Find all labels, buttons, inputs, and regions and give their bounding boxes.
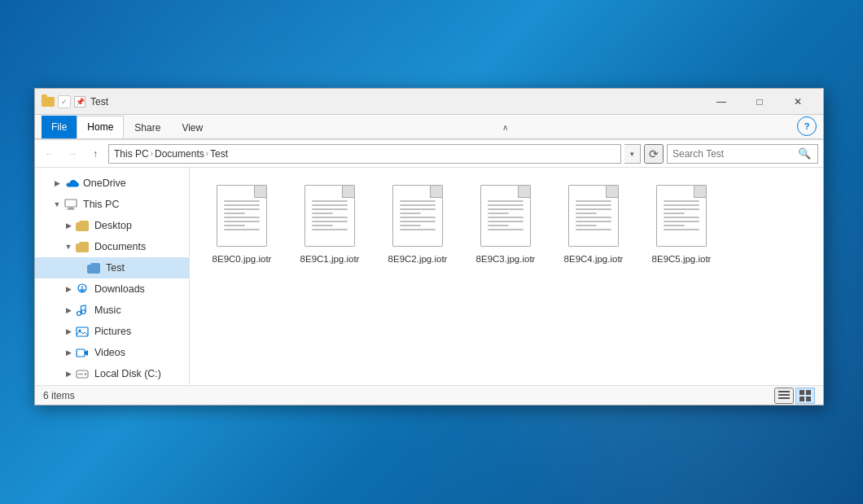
details-view-button[interactable] bbox=[774, 388, 794, 404]
sidebar-item-music[interactable]: ▶ Music bbox=[35, 300, 189, 321]
sidebar-item-test[interactable]: Test bbox=[35, 257, 189, 278]
help-button[interactable]: ? bbox=[797, 116, 817, 136]
path-documents[interactable]: Documents bbox=[155, 148, 204, 160]
doc-line-5 bbox=[224, 217, 260, 218]
file-icon-3 bbox=[476, 185, 535, 250]
doc-line-3 bbox=[312, 208, 348, 210]
doc-line-6 bbox=[576, 221, 611, 222]
search-button[interactable]: 🔍 bbox=[796, 145, 813, 163]
svg-rect-8 bbox=[77, 349, 85, 357]
sidebar-label-desktop: Desktop bbox=[94, 220, 132, 231]
file-item-2[interactable]: 8E9C2.jpg.iotr bbox=[377, 179, 458, 374]
expand-arrow-downloads: ▶ bbox=[63, 283, 74, 295]
path-test[interactable]: Test bbox=[210, 148, 228, 160]
svg-point-10 bbox=[85, 373, 86, 375]
doc-line-2 bbox=[400, 204, 436, 206]
file-icon-5 bbox=[652, 185, 711, 250]
expand-arrow-videos: ▶ bbox=[63, 347, 74, 358]
sidebar-item-downloads[interactable]: ▶ Downloads bbox=[35, 278, 189, 300]
sidebar-label-test: Test bbox=[106, 262, 125, 274]
svg-rect-15 bbox=[799, 390, 804, 395]
doc-icon-4 bbox=[568, 185, 619, 247]
svg-rect-12 bbox=[778, 391, 790, 392]
doc-line-8 bbox=[664, 229, 699, 230]
file-icon-2 bbox=[388, 185, 447, 250]
doc-line-3 bbox=[400, 208, 436, 210]
sidebar-label-local-disk: Local Disk (C:) bbox=[94, 368, 161, 379]
doc-line-2 bbox=[224, 204, 260, 206]
doc-line-2 bbox=[488, 204, 523, 206]
sidebar-label-onedrive: OneDrive bbox=[83, 177, 126, 189]
view-toggle-buttons bbox=[774, 388, 815, 404]
doc-line-8 bbox=[400, 229, 436, 230]
file-name-3: 8E9C3.jpg.iotr bbox=[476, 253, 536, 265]
documents-folder-icon bbox=[76, 240, 90, 253]
address-path[interactable]: This PC › Documents › Test bbox=[108, 144, 621, 164]
local-disk-icon bbox=[76, 367, 90, 380]
doc-line-7 bbox=[576, 225, 597, 226]
doc-line-4 bbox=[312, 213, 333, 214]
title-bar: ✓ 📌 Test — □ ✕ bbox=[35, 89, 823, 115]
sidebar-label-documents: Documents bbox=[94, 241, 146, 252]
sidebar-item-local-disk[interactable]: ▶ Local Disk (C:) bbox=[35, 363, 189, 384]
close-button[interactable]: ✕ bbox=[779, 89, 817, 115]
file-grid: 8E9C0.jpg.iotr 8E9C1.jpg.iotr bbox=[198, 176, 815, 377]
forward-button[interactable]: → bbox=[63, 144, 82, 164]
desktop-folder-icon bbox=[76, 219, 90, 232]
doc-line-1 bbox=[576, 200, 611, 202]
doc-line-6 bbox=[488, 221, 523, 222]
tab-share[interactable]: Share bbox=[124, 116, 171, 138]
sidebar-item-pictures[interactable]: ▶ Pictures bbox=[35, 321, 189, 342]
svg-rect-6 bbox=[77, 327, 88, 336]
ribbon-collapse-chevron[interactable]: ∧ bbox=[497, 116, 514, 138]
doc-line-5 bbox=[400, 217, 436, 218]
main-area: ▶ OneDrive ▼ This PC ▶ Deskto bbox=[35, 168, 823, 385]
test-folder-icon bbox=[87, 261, 102, 274]
file-item-5[interactable]: 8E9C5.jpg.iotr bbox=[641, 179, 722, 374]
back-button[interactable]: ← bbox=[40, 144, 59, 164]
tab-home[interactable]: Home bbox=[77, 116, 124, 138]
search-box[interactable]: 🔍 bbox=[667, 144, 818, 164]
sidebar-item-videos[interactable]: ▶ Videos bbox=[35, 342, 189, 363]
address-dropdown-button[interactable]: ▾ bbox=[624, 144, 641, 164]
doc-line-4 bbox=[576, 213, 597, 214]
sidebar-item-this-pc[interactable]: ▼ This PC bbox=[35, 194, 189, 215]
file-item-1[interactable]: 8E9C1.jpg.iotr bbox=[289, 179, 370, 374]
maximize-button[interactable]: □ bbox=[741, 89, 778, 115]
doc-line-4 bbox=[224, 213, 245, 214]
file-item-4[interactable]: 8E9C4.jpg.iotr bbox=[553, 179, 634, 374]
path-sep-1: › bbox=[151, 149, 153, 158]
minimize-button[interactable]: — bbox=[703, 89, 740, 115]
doc-line-8 bbox=[488, 229, 523, 230]
doc-lines-2 bbox=[400, 200, 436, 233]
doc-line-8 bbox=[224, 229, 260, 230]
up-button[interactable]: ↑ bbox=[85, 144, 105, 164]
tab-file[interactable]: File bbox=[42, 116, 77, 138]
doc-icon-3 bbox=[480, 185, 531, 247]
sidebar-label-videos: Videos bbox=[94, 347, 125, 358]
doc-icon-2 bbox=[392, 185, 443, 247]
file-item-0[interactable]: 8E9C0.jpg.iotr bbox=[201, 179, 283, 374]
sidebar-item-documents[interactable]: ▼ Documents bbox=[35, 236, 189, 257]
doc-line-5 bbox=[488, 217, 523, 218]
title-bar-folder-icon bbox=[42, 97, 55, 107]
doc-line-3 bbox=[488, 208, 523, 210]
sidebar: ▶ OneDrive ▼ This PC ▶ Deskto bbox=[35, 168, 190, 385]
doc-line-1 bbox=[312, 200, 348, 202]
refresh-button[interactable]: ⟳ bbox=[644, 144, 664, 164]
tab-view[interactable]: View bbox=[171, 116, 213, 138]
sidebar-item-desktop[interactable]: ▶ Desktop bbox=[35, 215, 189, 236]
sidebar-label-downloads: Downloads bbox=[94, 283, 145, 295]
icons-view-button[interactable] bbox=[795, 388, 815, 404]
path-this-pc[interactable]: This PC bbox=[114, 148, 149, 160]
doc-lines-0 bbox=[224, 200, 260, 233]
doc-line-4 bbox=[664, 213, 685, 214]
file-item-3[interactable]: 8E9C3.jpg.iotr bbox=[465, 179, 546, 374]
sidebar-item-onedrive[interactable]: ▶ OneDrive bbox=[35, 173, 189, 194]
search-input[interactable] bbox=[672, 148, 796, 160]
file-name-2: 8E9C2.jpg.iotr bbox=[388, 253, 448, 265]
file-icon-0 bbox=[212, 185, 271, 250]
svg-rect-18 bbox=[806, 397, 811, 401]
file-name-4: 8E9C4.jpg.iotr bbox=[564, 253, 624, 265]
file-name-1: 8E9C1.jpg.iotr bbox=[300, 253, 360, 265]
